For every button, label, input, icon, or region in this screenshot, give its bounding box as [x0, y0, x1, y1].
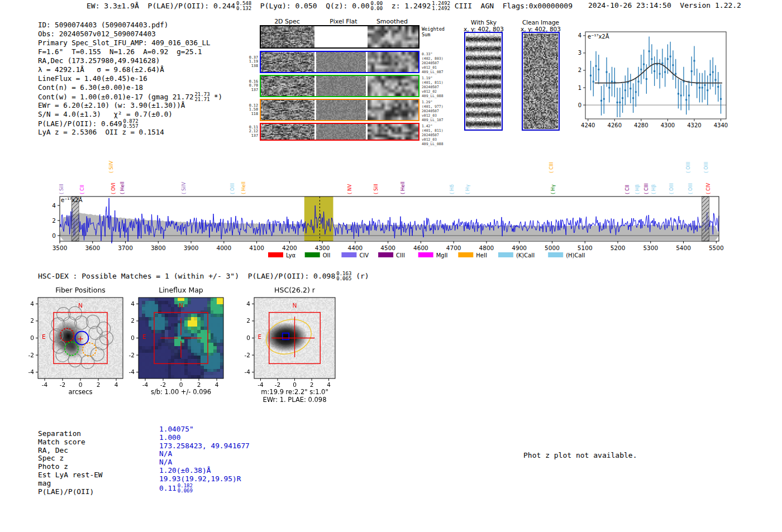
y-tick-label: -4: [28, 368, 35, 375]
legend-swatch: [498, 252, 513, 257]
spec2d-row-right-labels: WeightedSum: [422, 26, 447, 37]
info-line: Primary Spec_Slot_IFU_AMP: 409_016_036_L…: [38, 39, 222, 47]
cleanimage-title: Clean Image x, y: 402, 803: [519, 19, 562, 32]
smoothed-image: [368, 124, 418, 140]
emission-line-label: ( HeII: [241, 181, 246, 194]
fiber-circle: [97, 322, 111, 336]
x-tick-label: 5300: [643, 245, 658, 251]
x-tick-label: 4800: [479, 245, 494, 251]
x-tick-label: 5400: [676, 245, 691, 251]
east-label: E: [142, 333, 146, 340]
x-tick-label: 4700: [446, 245, 461, 251]
y-tick-label: 0: [52, 232, 56, 239]
y-tick-label: 4: [52, 202, 56, 209]
x-tick-label: 3900: [184, 245, 199, 251]
units-annotation: e⁻¹⁷x2Å: [61, 196, 83, 203]
smoothed-image: [368, 26, 418, 47]
match-row-value: 19.93(19.92,19.95)R: [159, 475, 250, 483]
x-tick-label: 4260: [608, 122, 622, 128]
x-tick-label: 2: [197, 381, 201, 388]
value: v012_01: [422, 65, 447, 70]
emission-line-label: ( OIII: [703, 162, 709, 173]
spec2d-row-right-labels: 1.29"(401, 977)20240507v012_03409_LL_107: [422, 100, 447, 122]
y-tick-label: 0: [30, 334, 34, 341]
info-line: λ = 4292.1Å σ = 9.68(±2.64)Å: [38, 65, 222, 74]
east-label: E: [258, 333, 262, 340]
x-tick-label: 4200: [282, 245, 297, 251]
emission-line-label: ( SiII: [59, 184, 64, 194]
emission-line-label: ( CIV: [705, 183, 711, 194]
hsc-cutout-title: HSC(26.2) r: [274, 286, 316, 294]
y-tick-label: 0: [246, 334, 250, 341]
x-tick-label: 0: [79, 381, 83, 388]
stacked-uncertainty: 21.7321.71: [193, 92, 209, 102]
match-row-label: Est LyA rest-EW: [38, 471, 103, 480]
value: 137: [245, 134, 258, 138]
hsc-dex-match-line: HSC-DEX : Possible Matches = 1 (within +…: [38, 271, 369, 281]
x-tick-label: -4: [258, 381, 264, 388]
info-line: F=1.6" T=0.155 N=1.26 A=0.92 g=25.1: [38, 47, 222, 56]
legend-label: Lyα: [286, 252, 296, 258]
legend-swatch: [458, 252, 473, 257]
emission-line-label: ( OIII: [688, 183, 693, 194]
pixelflat-image: [316, 124, 366, 140]
value: 409_LL_088: [422, 94, 447, 98]
legend-swatch: [268, 252, 283, 257]
selected-fiber-circle: [83, 343, 96, 356]
x-tick-label: 3500: [53, 245, 68, 251]
y-tick-label: 0: [578, 102, 581, 108]
x-tick-label: 2: [310, 381, 314, 388]
value: 20240507: [422, 61, 447, 65]
legend-label: (H)CaII: [566, 252, 585, 258]
north-label: N: [78, 302, 83, 309]
y-tick-label: 4: [246, 300, 250, 307]
x-tick-label: 5200: [611, 245, 626, 251]
hsc-cutout-panel: HSC(26.2) r-4-4-2-2002244m:19.9 re:2.2" …: [236, 282, 354, 405]
x-tick-label: 4340: [714, 122, 728, 128]
gaussian-fit-line: [595, 64, 722, 83]
x-tick-label: 3600: [85, 245, 100, 251]
match-row-value: 173.258423, 49.941677: [159, 442, 250, 450]
pixelflat-image: [316, 52, 366, 72]
match-row-label: Spec z: [38, 454, 103, 463]
x-tick-label: 4600: [413, 245, 428, 251]
value: 118: [245, 112, 258, 117]
emission-line-label: ( OIII: [669, 183, 674, 194]
match-row-value: 1.04075": [159, 425, 250, 434]
x-tick-label: 4100: [249, 245, 264, 251]
emission-line-label: ( OIII: [685, 162, 691, 173]
x-tick-label: 4500: [380, 245, 395, 251]
y-tick-label: 4: [30, 300, 34, 307]
y-tick-label: 1: [578, 85, 581, 91]
zoomed-line-fit-chart: 42404260428043004320434001234e⁻¹⁷x2Å: [580, 25, 736, 131]
x-tick-label: -2: [160, 381, 166, 388]
value: 20240507: [422, 133, 447, 137]
emission-line-label: ( HeII: [400, 181, 406, 194]
smoothed-image: [368, 76, 418, 96]
stacked-uncertainty: 0.1630.065: [335, 271, 351, 281]
legend-swatch: [418, 252, 433, 257]
value: 20240507: [422, 85, 447, 89]
emission-line-label: ( CII: [624, 185, 630, 194]
info-line: P(LAE)/P(OII): 0.6490.8720.557: [38, 119, 222, 128]
spec2d-noise-image: [261, 76, 314, 96]
value: (401, 977): [422, 104, 447, 109]
match-row-value: 1.000: [159, 434, 250, 442]
east-label: E: [42, 333, 46, 340]
value: Weighted: [422, 26, 447, 32]
y-tick-label: -4: [245, 368, 251, 375]
y-tick-label: 0: [131, 334, 135, 341]
cleanimage-noise-image: [523, 33, 558, 129]
emission-line-label: ( SiII: [373, 184, 379, 194]
info-line: LineFlux = 1.40(±0.45)e-16: [38, 74, 222, 83]
pixelflat-col-title: Pixel Flat: [324, 18, 363, 25]
y-tick-label: 2: [30, 317, 34, 324]
x-tick-label: 4: [215, 381, 219, 388]
withsky-title: With Sky x, y: 402, 803: [462, 19, 505, 32]
emission-line-label: ( CIII: [643, 184, 649, 194]
emission-line-label: ( Hβ: [651, 184, 656, 194]
selected-fiber-circle: [75, 332, 88, 345]
smoothed-col-title: Smoothed: [373, 18, 412, 25]
emission-line-label: ( HeII: [120, 181, 125, 194]
value: 409_LL_107: [422, 118, 447, 122]
